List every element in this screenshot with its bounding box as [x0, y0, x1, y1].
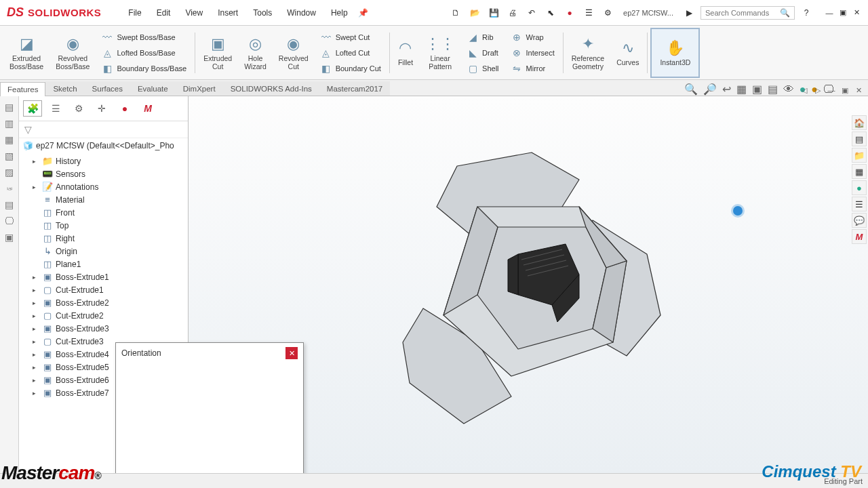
- restore-icon[interactable]: ▣: [837, 7, 849, 19]
- extruded-boss-button[interactable]: ◪ Extruded Boss/Base: [4, 28, 49, 78]
- command-search[interactable]: 🔍: [701, 6, 795, 20]
- expand-icon[interactable]: ▸: [33, 338, 39, 345]
- tree-item[interactable]: ≡Material: [19, 193, 188, 206]
- mastercam-pane-icon[interactable]: M: [852, 229, 867, 244]
- taskpane-icon[interactable]: ▧: [5, 150, 14, 161]
- search-input[interactable]: [705, 9, 780, 17]
- doc-prev-icon[interactable]: ◁: [799, 85, 810, 96]
- tree-tab-mastercam-icon[interactable]: M: [138, 100, 157, 117]
- intersect-button[interactable]: ⊗Intersect: [509, 46, 557, 60]
- boundary-boss-button[interactable]: ◧Boundary Boss/Base: [99, 62, 189, 75]
- expand-icon[interactable]: ▸: [33, 351, 39, 358]
- fillet-button[interactable]: ◠ Fillet: [393, 28, 418, 78]
- view-orientation-icon[interactable]: ▣: [752, 83, 762, 96]
- expand-icon[interactable]: ▸: [33, 287, 39, 293]
- tree-item[interactable]: ▸📁History: [19, 155, 188, 167]
- draft-button[interactable]: ◣Draft: [465, 46, 501, 60]
- taskpane-icon[interactable]: ▥: [5, 118, 14, 129]
- resources-icon[interactable]: ▤: [852, 131, 867, 146]
- tree-tab-display-icon[interactable]: ●: [115, 100, 134, 117]
- tree-item[interactable]: ▸▢Cut-Extrude1: [19, 283, 188, 296]
- select-icon[interactable]: ⬉: [543, 5, 558, 20]
- menu-file[interactable]: File: [121, 5, 148, 20]
- tree-item[interactable]: ▸▣Boss-Extrude3: [19, 322, 188, 335]
- menu-insert[interactable]: Insert: [211, 5, 245, 20]
- save-icon[interactable]: 💾: [486, 5, 501, 20]
- shell-button[interactable]: ▢Shell: [465, 62, 501, 75]
- search-icon[interactable]: 🔍: [780, 8, 790, 18]
- expand-icon[interactable]: ▸: [33, 390, 39, 396]
- expand-icon[interactable]: ▸: [33, 274, 39, 281]
- prev-view-icon[interactable]: ↩: [722, 83, 731, 96]
- tree-item[interactable]: ▸▣Boss-Extrude2: [19, 296, 188, 309]
- taskpane-icon[interactable]: ▤: [5, 199, 14, 210]
- minimize-icon[interactable]: —: [823, 7, 835, 19]
- expand-icon[interactable]: ▸: [33, 377, 39, 384]
- curves-button[interactable]: ∿ Curves: [611, 28, 644, 78]
- menu-tools[interactable]: Tools: [246, 5, 279, 20]
- hole-wizard-button[interactable]: ◎ Hole Wizard: [239, 28, 272, 78]
- tree-tab-config-icon[interactable]: ⚙: [69, 100, 88, 117]
- tree-item[interactable]: ◫Front: [19, 206, 188, 219]
- wrap-button[interactable]: ⊕Wrap: [509, 30, 557, 44]
- new-doc-icon[interactable]: 🗋: [448, 5, 463, 20]
- expand-icon[interactable]: ▸: [33, 364, 39, 371]
- appearances-icon[interactable]: ●: [852, 180, 867, 195]
- forum-icon[interactable]: 💬: [852, 213, 867, 228]
- tree-item[interactable]: 📟Sensors: [19, 167, 188, 180]
- rib-button[interactable]: ◢Rib: [465, 30, 501, 44]
- tab-mastercam[interactable]: Mastercam2017: [319, 81, 390, 96]
- taskpane-icon[interactable]: ▤: [5, 102, 14, 113]
- rebuild-icon[interactable]: ●: [562, 5, 577, 20]
- settings-icon[interactable]: ⚙: [600, 5, 615, 20]
- dialog-close-button[interactable]: ✕: [285, 347, 298, 359]
- taskpane-icon[interactable]: ▦: [5, 134, 14, 145]
- home-icon[interactable]: 🏠: [852, 115, 867, 130]
- mirror-button[interactable]: ⇋Mirror: [509, 62, 557, 75]
- lofted-cut-button[interactable]: ◬Lofted Cut: [318, 46, 384, 60]
- swept-cut-button[interactable]: 〰Swept Cut: [318, 30, 384, 44]
- menu-edit[interactable]: Edit: [150, 5, 178, 20]
- tab-addins[interactable]: SOLIDWORKS Add-Ins: [223, 81, 319, 96]
- tree-item[interactable]: ▸📝Annotations: [19, 180, 188, 193]
- view-palette-icon[interactable]: ▦: [852, 164, 867, 179]
- expand-icon[interactable]: ▸: [33, 325, 39, 332]
- tree-tab-dimxpert-icon[interactable]: ✛: [92, 100, 111, 117]
- taskpane-icon[interactable]: ⎃: [7, 183, 12, 194]
- instant3d-button[interactable]: ✋ Instant3D: [650, 28, 700, 78]
- library-icon[interactable]: 📁: [852, 148, 867, 163]
- revolved-boss-button[interactable]: ◉ Revolved Boss/Base: [50, 28, 95, 78]
- tree-root-node[interactable]: 🧊 ep27 MCfSW (Default<<Default>_Pho: [19, 138, 188, 153]
- dialog-titlebar[interactable]: Orientation ✕: [116, 343, 303, 363]
- tree-tab-property-icon[interactable]: ☰: [46, 100, 65, 117]
- menu-view[interactable]: View: [178, 5, 210, 20]
- expand-icon[interactable]: ▸: [33, 184, 39, 190]
- lofted-boss-button[interactable]: ◬Lofted Boss/Base: [99, 46, 189, 60]
- taskpane-icon[interactable]: ▨: [5, 167, 14, 178]
- print-icon[interactable]: 🖨: [505, 5, 520, 20]
- taskpane-icon[interactable]: 🖵: [5, 216, 14, 226]
- doc-minimize-icon[interactable]: —: [826, 85, 837, 96]
- custom-props-icon[interactable]: ☰: [852, 197, 867, 211]
- tree-item[interactable]: ◫Plane1: [19, 258, 188, 270]
- filter-icon[interactable]: ▽: [24, 124, 32, 135]
- pin-icon[interactable]: 📌: [356, 5, 371, 20]
- tab-evaluate[interactable]: Evaluate: [130, 81, 176, 96]
- undo-icon[interactable]: ↶: [524, 5, 539, 20]
- tree-item[interactable]: ◫Top: [19, 219, 188, 232]
- options-icon[interactable]: ☰: [581, 5, 596, 20]
- extruded-cut-button[interactable]: ▣ Extruded Cut: [198, 28, 237, 78]
- boundary-cut-button[interactable]: ◧Boundary Cut: [318, 62, 384, 75]
- display-style-icon[interactable]: ▤: [768, 83, 778, 96]
- tab-features[interactable]: Features: [0, 82, 45, 96]
- doc-close-icon[interactable]: ✕: [853, 85, 864, 96]
- tree-item[interactable]: ▸▢Cut-Extrude2: [19, 309, 188, 322]
- reference-geometry-button[interactable]: ✦ Reference Geometry: [566, 28, 610, 78]
- tab-sketch[interactable]: Sketch: [45, 81, 84, 96]
- section-view-icon[interactable]: ▦: [736, 83, 747, 96]
- expand-icon[interactable]: ▸: [33, 300, 39, 306]
- menu-window[interactable]: Window: [280, 5, 323, 20]
- orientation-dialog[interactable]: Orientation ✕: [115, 342, 304, 479]
- close-icon[interactable]: ✕: [850, 7, 863, 19]
- expand-icon[interactable]: ▸: [33, 312, 39, 319]
